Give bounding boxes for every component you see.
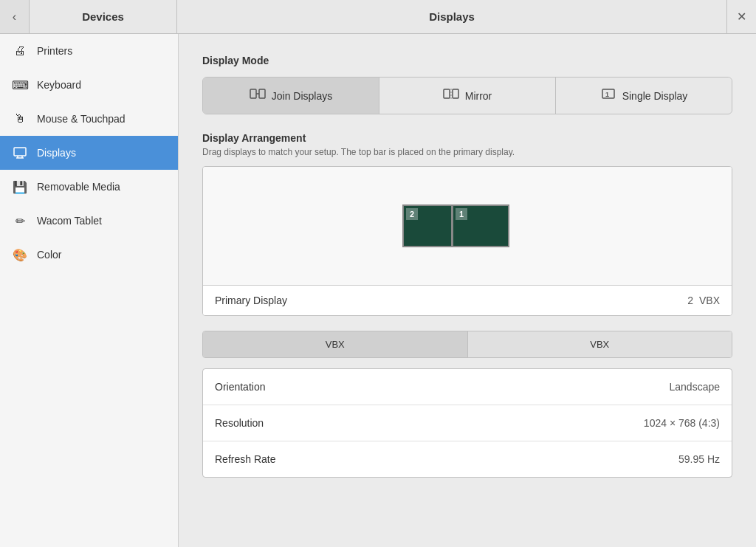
svg-text:1: 1: [605, 91, 609, 98]
mirror-icon: [443, 88, 459, 103]
sidebar-item-wacom-tablet[interactable]: ✏ Wacom Tablet: [0, 204, 178, 238]
sidebar: 🖨 Printers ⌨ Keyboard 🖱 Mouse & Touchpad…: [0, 34, 179, 547]
display-canvas: 2 1: [203, 167, 732, 285]
sidebar-item-label: Wacom Tablet: [37, 215, 102, 227]
main-layout: 🖨 Printers ⌨ Keyboard 🖱 Mouse & Touchpad…: [0, 34, 756, 547]
svg-rect-0: [14, 148, 26, 156]
display-mode-title: Display Mode: [202, 55, 732, 66]
back-button[interactable]: ‹: [0, 0, 30, 33]
single-display-button[interactable]: 1 Single Display: [556, 78, 732, 114]
sidebar-item-label: Displays: [37, 147, 76, 159]
orientation-value: Landscape: [669, 381, 720, 393]
resolution-value: 1024 × 768 (4:3): [644, 417, 720, 429]
monitor-1[interactable]: 1: [452, 204, 509, 247]
refresh-rate-value: 59.95 Hz: [678, 453, 720, 465]
svg-rect-4: [250, 89, 256, 98]
sidebar-item-label: Mouse & Touchpad: [37, 113, 126, 125]
primary-display-row: Primary Display 2 VBX: [203, 285, 732, 315]
sidebar-item-displays[interactable]: Displays: [0, 136, 178, 170]
single-display-icon: 1: [600, 88, 616, 103]
sidebar-item-label: Keyboard: [37, 79, 81, 91]
wacom-icon: ✏: [12, 213, 28, 229]
svg-rect-7: [444, 89, 450, 98]
resolution-label: Resolution: [215, 417, 264, 429]
content-area: Display Mode Join Displays: [179, 34, 756, 547]
titlebar: ‹ Devices Displays ✕: [0, 0, 756, 34]
arrangement-title: Display Arrangement: [202, 132, 732, 144]
sidebar-item-label: Printers: [37, 45, 72, 57]
settings-table: Orientation Landscape Resolution 1024 × …: [202, 368, 732, 478]
display-arrangement-box: 2 1 Primary Display 2 VBX: [202, 166, 732, 316]
refresh-rate-row: Refresh Rate 59.95 Hz: [203, 441, 732, 477]
sidebar-item-printers[interactable]: 🖨 Printers: [0, 34, 178, 68]
primary-display-label: Primary Display: [215, 295, 287, 306]
keyboard-icon: ⌨: [12, 77, 28, 93]
mirror-label: Mirror: [465, 90, 492, 102]
window-title: Displays: [177, 10, 726, 23]
primary-display-right: 2 VBX: [687, 295, 720, 306]
join-displays-icon: [250, 88, 266, 103]
join-displays-label: Join Displays: [272, 90, 332, 102]
sidebar-item-keyboard[interactable]: ⌨ Keyboard: [0, 68, 178, 102]
display-icon: [12, 145, 28, 161]
color-icon: 🎨: [12, 247, 28, 263]
primary-display-name: VBX: [699, 295, 720, 306]
vbx-tabs: VBX VBX: [202, 331, 732, 358]
svg-rect-5: [259, 89, 265, 98]
mirror-button[interactable]: Mirror: [379, 78, 556, 114]
close-button[interactable]: ✕: [726, 0, 756, 33]
refresh-rate-label: Refresh Rate: [215, 453, 275, 465]
orientation-row: Orientation Landscape: [203, 369, 732, 405]
join-displays-button[interactable]: Join Displays: [203, 78, 379, 114]
monitor-1-number: 1: [456, 208, 467, 220]
sidebar-item-removable-media[interactable]: 💾 Removable Media: [0, 170, 178, 204]
vbx-tab-1[interactable]: VBX: [203, 331, 468, 357]
arrangement-desc: Drag displays to match your setup. The t…: [202, 147, 732, 157]
display-mode-buttons: Join Displays Mirror 1: [202, 77, 732, 114]
sidebar-item-label: Removable Media: [37, 181, 120, 193]
orientation-label: Orientation: [215, 381, 265, 393]
primary-display-number: 2: [687, 295, 693, 306]
single-display-label: Single Display: [622, 90, 688, 102]
printer-icon: 🖨: [12, 43, 28, 59]
sidebar-item-mouse-touchpad[interactable]: 🖱 Mouse & Touchpad: [0, 102, 178, 136]
resolution-row: Resolution 1024 × 768 (4:3): [203, 405, 732, 441]
sidebar-item-color[interactable]: 🎨 Color: [0, 238, 178, 272]
monitor-2[interactable]: 2: [402, 204, 453, 247]
sidebar-item-label: Color: [37, 249, 61, 261]
vbx-tab-2[interactable]: VBX: [468, 331, 732, 357]
removable-media-icon: 💾: [12, 179, 28, 195]
monitor-2-number: 2: [406, 208, 418, 220]
svg-rect-8: [453, 89, 458, 98]
sidebar-title: Devices: [30, 0, 177, 33]
mouse-icon: 🖱: [12, 111, 28, 127]
